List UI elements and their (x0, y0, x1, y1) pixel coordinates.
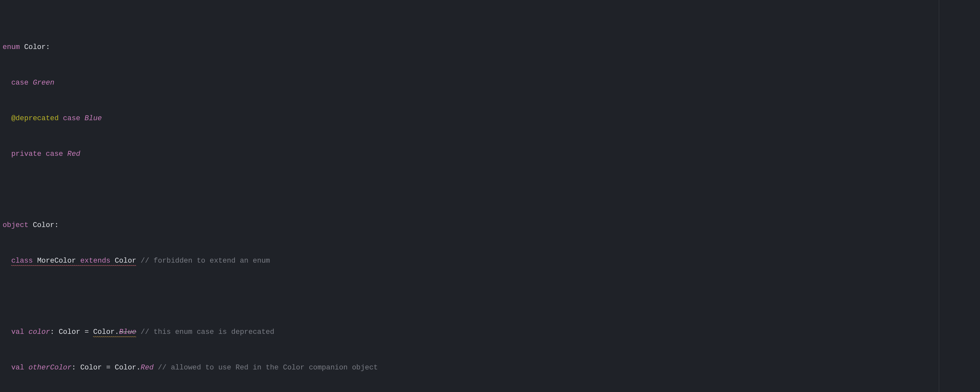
comment: // allowed to use Red in the Color compa… (158, 363, 378, 372)
code-line[interactable]: @deprecated case Blue (0, 113, 980, 124)
indent (3, 150, 11, 158)
deprecated-member: Blue (119, 328, 136, 336)
comment: // this enum case is deprecated (141, 328, 274, 336)
qualifier: Color (93, 328, 115, 336)
error-span: class MoreColor extends Color (11, 257, 136, 266)
equals: = (106, 363, 110, 372)
type-ref: Color (59, 328, 80, 336)
indent (3, 257, 11, 265)
class-name: MoreColor (37, 257, 76, 265)
code-editor[interactable]: enum Color: case Green @deprecated case … (0, 0, 980, 392)
enum-case-name: Green (33, 79, 54, 87)
code-line[interactable]: enum Color: (0, 42, 980, 53)
keyword-case: case (11, 79, 29, 87)
warning-span: Color.Blue (93, 328, 136, 337)
keyword-val: val (11, 363, 24, 372)
code-line[interactable]: object Color: (0, 220, 980, 231)
keyword-val: val (11, 328, 24, 336)
code-line[interactable]: val color: Color = Color.Blue // this en… (0, 327, 980, 338)
base-class: Color (115, 257, 136, 265)
code-line-empty[interactable] (0, 291, 980, 302)
type-ref: Color (80, 363, 102, 372)
enum-case-name: Blue (84, 114, 102, 123)
enum-case-name: Red (67, 150, 80, 158)
colon: : (46, 43, 50, 51)
code-line[interactable]: class MoreColor extends Color // forbidd… (0, 255, 980, 266)
equals: = (84, 328, 89, 336)
keyword-case: case (63, 114, 80, 123)
keyword-class: class (11, 257, 33, 265)
dot: . (136, 363, 140, 372)
object-name: Color (33, 221, 54, 229)
keyword-case: case (46, 150, 63, 158)
keyword-extends: extends (80, 257, 110, 265)
val-name: otherColor (29, 363, 72, 372)
code-line[interactable]: private case Red (0, 149, 980, 160)
keyword-enum: enum (3, 43, 20, 51)
comment: // forbidden to extend an enum (141, 257, 270, 265)
indent (3, 79, 11, 87)
type-name: Color (24, 43, 46, 51)
code-line-empty[interactable] (0, 184, 980, 195)
member-ref: Red (141, 363, 154, 372)
qualifier: Color (115, 363, 136, 372)
colon: : (50, 328, 54, 336)
val-name: color (29, 328, 50, 336)
indent (3, 114, 11, 123)
indent (3, 363, 11, 372)
annotation-deprecated: @deprecated (11, 114, 59, 123)
dot: . (115, 328, 119, 336)
colon: : (54, 221, 59, 229)
code-line[interactable]: val otherColor: Color = Color.Red // all… (0, 362, 980, 373)
keyword-private: private (11, 150, 41, 158)
code-line[interactable]: case Green (0, 77, 980, 89)
colon: : (72, 363, 76, 372)
keyword-object: object (3, 221, 29, 229)
indent (3, 328, 11, 336)
